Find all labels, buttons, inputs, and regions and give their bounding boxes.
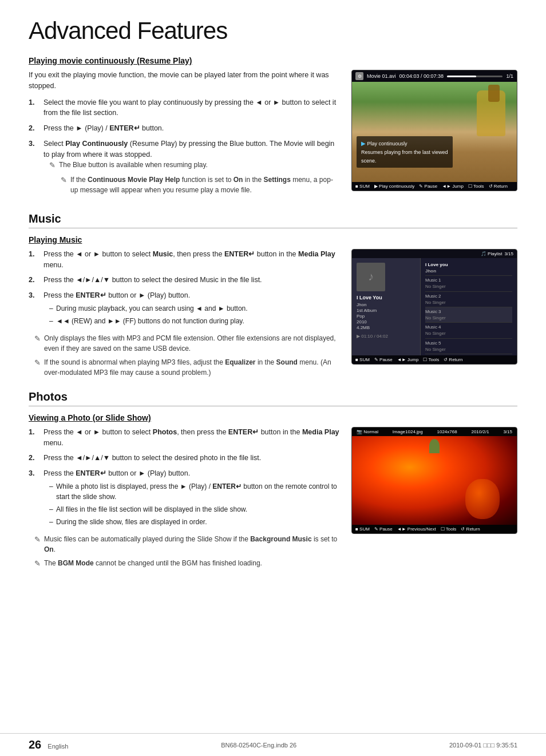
page-title: Advanced Features (29, 17, 517, 45)
progress-fill (447, 76, 476, 77)
music-item-6: Music 5 No Singer (425, 339, 512, 354)
movie-display: ▶ Play continuously Resumes playing from… (352, 82, 517, 182)
movie-bottom-bar: ■ SUM ▶ Play continuously ✎ Pause ◄► Jum… (352, 182, 517, 191)
music-item-2: Music 1 No Singer (425, 276, 512, 291)
music-step-3: Press the ENTER↵ button or ► (Play) butt… (29, 290, 340, 328)
photos-step-2: Press the ◄/►/▲/▼ button to select the d… (29, 453, 340, 464)
music-item-3: Music 2 No Singer (425, 292, 512, 307)
photos-screen: 📷 Normal Image1024.jpg 1024x768 2010/2/1… (351, 427, 517, 573)
movie-section-heading: Playing movie continuously (Resume Play) (29, 56, 517, 65)
movie-section: Playing movie continuously (Resume Play)… (29, 56, 517, 203)
page-footer: 26 English BN68-02540C-Eng.indb 26 2010-… (0, 733, 546, 756)
photos-bottom-bar: ■ SUM ✎ Pause ◄► Previous/Next ☐ Tools ↺… (352, 525, 517, 533)
photos-section-title: Photos (29, 390, 517, 406)
music-section-title: Music (29, 212, 517, 228)
music-item-5: Music 4 No Singer (425, 323, 512, 338)
language: English (48, 743, 68, 750)
screen-counter: 1/1 (506, 73, 513, 79)
photos-step-3: Press the ENTER↵ button or ► (Play) butt… (29, 468, 340, 529)
screen-icon: ⚙ (355, 72, 363, 80)
movie-note-2: If the Continuous Movie Play Help functi… (61, 175, 340, 195)
music-section: Music Playing Music Press the ◄ or ► but… (29, 212, 517, 381)
music-bottom-bar: ■ SUM ✎ Pause ◄► Jump ☐ Tools ↺ Return (352, 355, 517, 364)
resume-overlay: ▶ Play continuously Resumes playing from… (357, 136, 453, 168)
footer-date: 2010-09-01 □□□ 9:35:51 (449, 742, 517, 749)
photos-note-1: Music files can be automatically played … (34, 534, 340, 555)
movie-note-1: The Blue button is available when resumi… (49, 160, 340, 171)
movie-steps: Select the movie file you want to play c… (29, 97, 340, 199)
page-number: 26 (29, 738, 41, 751)
music-item-4: Music 3 No Singer (425, 307, 512, 323)
photos-steps: Press the ◄ or ► button to select Photos… (29, 427, 340, 529)
progress-bar (447, 76, 503, 77)
music-step-1: Press the ◄ or ► button to select Music,… (29, 249, 340, 271)
music-heading: Playing Music (29, 235, 517, 244)
screen-time: 00:04:03 / 00:07:38 (399, 73, 444, 79)
movie-step-2: Press the ► (Play) / ENTER↵ button. (29, 123, 340, 134)
footer-file: BN68-02540C-Eng.indb 26 (221, 742, 296, 749)
music-item-1: I Love you Jhon (425, 260, 512, 276)
music-note-2: If the sound is abnormal when playing MP… (34, 357, 340, 378)
photos-note-2: The BGM Mode cannot be changed until the… (34, 558, 340, 569)
movie-step-1: Select the movie file you want to play c… (29, 97, 340, 119)
music-cover-art: ♪ (357, 263, 385, 291)
movie-screen: ⚙ Movie 01.avi 00:04:03 / 00:07:38 1/1 (351, 70, 517, 203)
music-note-1: Only displays the files with MP3 and PCM… (34, 333, 340, 354)
photos-heading: Viewing a Photo (or Slide Show) (29, 413, 517, 422)
photos-section: Photos Viewing a Photo (or Slide Show) P… (29, 390, 517, 573)
screen-filename: Movie 01.avi (367, 73, 396, 79)
movie-intro: If you exit the playing movie function, … (29, 70, 340, 92)
music-step-2: Press the ◄/►/▲/▼ button to select the d… (29, 275, 340, 286)
movie-step-3: Select Play Continuously (Resume Play) b… (29, 138, 340, 199)
music-steps: Press the ◄ or ► button to select Music,… (29, 249, 340, 328)
photos-step-1: Press the ◄ or ► button to select Photos… (29, 427, 340, 449)
music-screen: 🎵 Playlist 3/15 ♪ I Love You Jhon 1st Al… (351, 249, 517, 381)
photo-display (352, 436, 517, 525)
